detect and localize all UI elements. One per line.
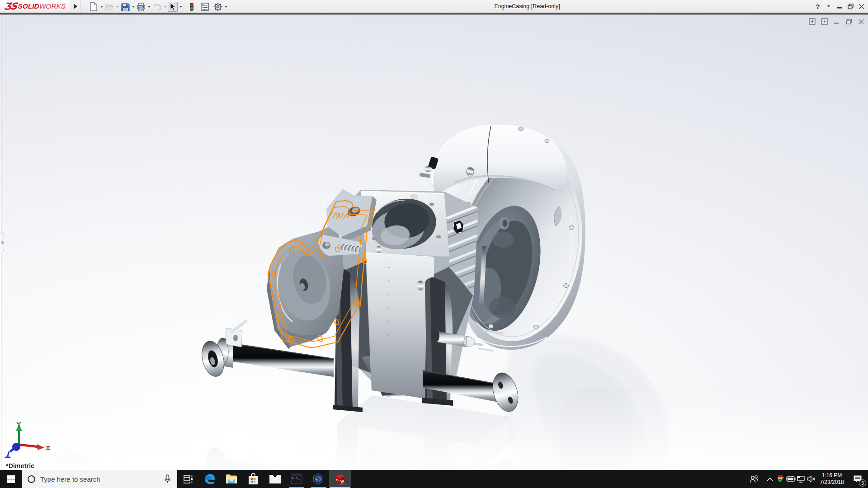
solidworks-taskbar-button[interactable]: S W 2017 [329, 470, 351, 488]
screen: ƷS SOLIDWORKS [0, 0, 868, 488]
console-glyph: C:\_ [292, 476, 300, 480]
windows-logo-icon [7, 475, 15, 483]
traffic-light-icon [187, 2, 197, 12]
close-button[interactable] [857, 1, 865, 11]
notification-badge: 3 [859, 479, 866, 487]
taskbar: Type here to search [0, 470, 868, 488]
options-dropdown[interactable] [223, 2, 229, 12]
people-icon[interactable] [749, 470, 759, 488]
interference-check-button[interactable] [187, 1, 197, 12]
mail-button[interactable] [264, 470, 286, 488]
open-document-button[interactable] [104, 1, 120, 12]
undo-arrow-icon [152, 2, 162, 12]
sw-letter-s: S [336, 478, 339, 482]
document-title: EngineCasing [Read-only] [494, 0, 560, 13]
front-bolt [453, 221, 464, 233]
battery-plugged-icon[interactable] [785, 470, 796, 488]
view-orientation-label: *Dimetric [6, 462, 34, 469]
hexagon-app-icon [312, 473, 324, 485]
quick-access-toolbar [89, 1, 229, 13]
flyout-arrow-icon [73, 4, 77, 9]
save-dropdown[interactable] [130, 2, 136, 12]
dropdown-caret-icon [827, 5, 830, 7]
dropdown-caret-icon [179, 6, 182, 8]
properties-list-icon [200, 2, 210, 12]
clock-time: 1:16 PM [818, 472, 846, 479]
command-prompt-button[interactable]: C:\_ [286, 470, 307, 488]
select-dropdown[interactable] [178, 2, 184, 12]
brand-works: WORKS [39, 2, 66, 10]
cursor-arrow-icon [168, 2, 178, 12]
print-dropdown[interactable] [146, 2, 152, 12]
dropdown-caret-icon [116, 6, 119, 8]
help-menu-button[interactable] [825, 1, 833, 11]
dock-pane-left-button[interactable] [809, 18, 816, 25]
dock-pane-right-button[interactable] [821, 18, 828, 25]
edge-icon [204, 473, 216, 485]
triad-y-label: Y [17, 421, 21, 428]
dropdown-caret-icon [225, 6, 227, 8]
task-view-button[interactable] [177, 470, 199, 488]
document-window-controls [809, 18, 864, 25]
doc-restore-button[interactable] [845, 18, 852, 25]
toolbar-flyout-button[interactable] [71, 0, 80, 13]
microsoft-store-button[interactable] [242, 470, 264, 488]
volume-muted-icon[interactable] [806, 470, 816, 488]
edge-taskbar-button[interactable] [199, 470, 221, 488]
gear-icon [213, 2, 223, 12]
sw-year: 2017 [340, 483, 346, 486]
splitter-dot-icon [1, 241, 4, 244]
open-folder-icon [104, 2, 114, 12]
triad-x-label: X [46, 445, 50, 451]
doc-close-button[interactable] [858, 18, 864, 25]
dassault-logo-icon: ƷS [4, 2, 17, 11]
graphics-area[interactable]: Y X *Dimetric [0, 14, 868, 470]
printer-icon [136, 2, 146, 12]
open-document-dropdown[interactable] [114, 2, 120, 12]
new-document-button[interactable] [89, 1, 104, 12]
search-placeholder: Type here to search [40, 475, 164, 483]
brand-solid: SOLID [18, 2, 39, 10]
save-button[interactable] [120, 1, 136, 12]
splitter-tab[interactable] [0, 234, 4, 251]
start-button[interactable] [0, 470, 22, 488]
print-button[interactable] [136, 1, 152, 12]
store-bag-icon [248, 473, 259, 485]
select-button[interactable] [168, 1, 184, 12]
task-view-icon [183, 474, 193, 484]
window-controls: ? [814, 0, 865, 13]
doc-minimize-button[interactable] [833, 18, 840, 25]
solidworks-logo: ƷS SOLIDWORKS [0, 0, 69, 13]
undo-button[interactable] [152, 1, 168, 12]
taskbar-clock[interactable]: 1:16 PM 7/23/2018 [818, 472, 846, 486]
restore-button[interactable] [846, 1, 854, 11]
solidworks-check-icon[interactable]: SW [775, 470, 785, 488]
solidworks-box-icon: S W 2017 [334, 473, 346, 485]
taskbar-search[interactable]: Type here to search [22, 470, 177, 488]
folder-icon [226, 474, 237, 484]
microphone-icon[interactable] [164, 474, 171, 483]
engine-casing-model[interactable] [0, 14, 868, 470]
minimize-button[interactable] [835, 1, 844, 11]
network-monitor-icon[interactable] [796, 470, 806, 488]
dropdown-caret-icon [100, 6, 103, 8]
file-explorer-button[interactable] [221, 470, 242, 488]
action-center-button[interactable]: 3 [847, 470, 868, 488]
help-button[interactable]: ? [814, 1, 822, 11]
dropdown-caret-icon [164, 6, 166, 8]
dropdown-caret-icon [148, 6, 151, 8]
brand-text: SOLIDWORKS [18, 2, 66, 10]
undo-dropdown[interactable] [162, 2, 168, 12]
console-icon: C:\_ [291, 474, 302, 484]
cortana-circle-icon [28, 475, 35, 483]
edrawings-button[interactable] [307, 470, 329, 488]
new-document-dropdown[interactable] [99, 2, 104, 12]
chevron-up-icon[interactable] [764, 470, 775, 488]
floppy-disk-icon [120, 2, 130, 12]
options-button[interactable] [213, 1, 229, 12]
title-bar: ƷS SOLIDWORKS [0, 0, 868, 14]
orientation-triad: Y X [3, 421, 52, 462]
evaluate-button[interactable] [200, 1, 210, 12]
dropdown-caret-icon [132, 6, 135, 8]
envelope-icon [269, 474, 281, 484]
